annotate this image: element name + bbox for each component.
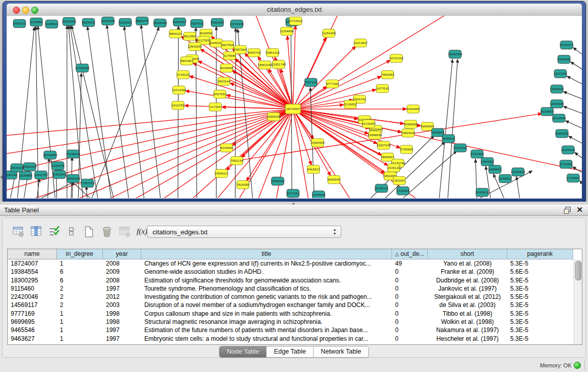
paper-node[interactable]: 18302022 — [271, 177, 285, 185]
delete-trash-icon[interactable] — [100, 225, 114, 238]
paper-node-cited[interactable]: 9115460 — [221, 144, 233, 152]
paper-node-cited[interactable]: 7652134 — [231, 157, 244, 165]
paper-node[interactable]: 8938923 — [442, 135, 455, 143]
cell-title[interactable]: Disruption of a novel member of a sodium… — [141, 301, 392, 309]
paper-node-cited[interactable]: 8096990 — [404, 120, 417, 128]
cell-short[interactable]: Hescheler et al. (1997) — [428, 335, 507, 343]
table-row[interactable]: 969969511998Structural magnetic resonanc… — [8, 318, 574, 326]
cell-name[interactable]: 9699695 — [8, 318, 57, 326]
cell-pagerank[interactable]: 5.3E-5 — [507, 335, 573, 343]
paper-node-cited[interactable]: 2803144 — [218, 77, 231, 85]
paper-node-cited[interactable]: 2718120 — [177, 71, 190, 79]
cell-out-de-[interactable]: 0 — [392, 318, 428, 326]
network-canvas[interactable]: 1872400724055721116884914853320691406864… — [7, 16, 582, 199]
cell-name[interactable]: 9115460 — [8, 285, 57, 293]
cell-title[interactable]: Estimation of significance thresholds fo… — [141, 276, 392, 285]
cell-pagerank[interactable]: 5.3E-5 — [507, 310, 573, 318]
paper-node-cited[interactable]: 8912954 — [184, 32, 197, 40]
cell-in-degree[interactable]: 6 — [57, 268, 103, 276]
cell-out-de-[interactable]: 49 — [392, 259, 428, 268]
cell-pagerank[interactable]: 5.5E-5 — [507, 293, 573, 301]
table-row[interactable]: 911546021997Tourette syndrome. Phenomeno… — [8, 285, 574, 293]
paper-node[interactable]: 13505135 — [66, 174, 80, 183]
cell-out-de-[interactable]: 0 — [392, 301, 428, 309]
paper-node-cited[interactable]: 9901467 — [181, 57, 193, 65]
table-row[interactable]: 1456911722003Disruption of a novel membe… — [8, 301, 574, 309]
cell-short[interactable]: Dudbridge et al. (2008) — [428, 276, 507, 285]
paper-node-cited[interactable]: 19654923 — [401, 129, 416, 137]
cell-out-de-[interactable]: 0 — [392, 276, 428, 285]
paper-node[interactable]: 9246821 — [499, 174, 512, 183]
paper-node-cited[interactable]: 9756928 — [400, 145, 413, 154]
cell-title[interactable]: Investigating the contribution of common… — [141, 293, 392, 301]
cell-in-degree[interactable]: 1 — [57, 259, 103, 268]
cell-name[interactable]: 9463627 — [8, 335, 57, 343]
paper-node[interactable]: 1527602 — [191, 19, 204, 28]
cell-pagerank[interactable]: 5.3E-5 — [507, 326, 573, 334]
tab-network-table[interactable]: Network Table — [314, 346, 368, 357]
paper-node-cited[interactable]: 8427552 — [214, 90, 227, 98]
paper-node[interactable]: 19033233 — [10, 164, 24, 172]
column-chooser-icon[interactable] — [30, 225, 43, 238]
column-header-title[interactable]: title — [141, 249, 392, 259]
paper-node[interactable]: 9806274 — [136, 17, 149, 25]
cell-in-degree[interactable]: 1 — [57, 310, 103, 318]
paper-node-cited[interactable]: 15723612 — [289, 17, 303, 25]
paper-node[interactable]: 6791936 — [471, 150, 484, 158]
table-row[interactable]: 977716911998Corpus callosum shape and si… — [8, 310, 574, 318]
paper-node-cited[interactable]: 252254 — [393, 177, 405, 185]
table-settings-icon[interactable] — [12, 225, 25, 238]
paper-node-cited[interactable]: 10543392 — [188, 42, 202, 51]
paper-node[interactable]: 18548396 — [153, 19, 167, 27]
cell-pagerank[interactable]: 5.9E-5 — [507, 276, 573, 285]
paper-node-cited[interactable]: 9154469 — [407, 105, 420, 113]
citation-network-graph[interactable]: 1872400724055721116884914853320691406864… — [7, 16, 582, 198]
cell-short[interactable]: Tibbo et al. (1998) — [428, 310, 507, 318]
paper-node[interactable]: 16210643 — [552, 114, 566, 122]
cell-in-degree[interactable]: 1 — [57, 326, 103, 334]
paper-node[interactable]: 15198448 — [66, 150, 80, 158]
paper-node-cited[interactable]: 8186328 — [210, 39, 223, 47]
paper-node[interactable]: 15751074 — [559, 41, 574, 49]
paper-node-cited[interactable]: 417004 — [209, 103, 222, 111]
table-row[interactable]: 2242004622012Investigating the contribut… — [8, 293, 574, 301]
paper-node[interactable]: 9177241 — [287, 189, 299, 198]
cell-short[interactable]: Jankovic et al. (1997) — [428, 285, 507, 293]
table-header-row[interactable]: namein_degreeyeartitle△out_de...shortpag… — [8, 249, 574, 259]
cell-pagerank[interactable]: 5.3E-5 — [507, 318, 573, 326]
column-header-short[interactable]: short — [428, 249, 507, 259]
cell-in-degree[interactable]: 2 — [57, 285, 103, 293]
paper-node[interactable]: 8215953 — [541, 107, 554, 116]
cell-title[interactable]: Changes of HCN gene expression and I(f) … — [141, 259, 392, 268]
column-header-name[interactable]: name — [8, 249, 57, 259]
table-row[interactable]: 1830029562008Estimation of significance … — [8, 276, 574, 285]
paper-node[interactable]: 11156883 — [19, 171, 33, 180]
paper-node-cited[interactable]: 1877516 — [376, 84, 389, 93]
table-panel-header[interactable]: Table Panel ✕ — [0, 205, 588, 216]
tab-edge-table[interactable]: Edge Table — [267, 346, 313, 357]
paper-node-cited[interactable]: 1615132 — [387, 164, 400, 172]
paper-node[interactable]: 10653257 — [172, 18, 187, 26]
cell-short[interactable]: Nakamura et al. (1997) — [428, 326, 507, 334]
close-panel-icon[interactable]: ✕ — [576, 205, 583, 214]
paper-node-cited[interactable]: 18663249 — [258, 61, 272, 69]
cell-short[interactable]: Yano et al. (2008) — [428, 259, 507, 268]
new-table-icon[interactable] — [82, 225, 96, 238]
window-titlebar[interactable]: citations_edges.txt — [7, 4, 582, 16]
cell-title[interactable]: Corpus callosum shape and size in male p… — [141, 310, 392, 318]
table-row[interactable]: 946554611997Estimation of the future num… — [8, 326, 574, 334]
paper-node-cited[interactable]: 13201745 — [272, 60, 286, 69]
paper-node-cited[interactable]: 9777169 — [326, 80, 339, 88]
paper-node[interactable]: 12093832 — [550, 85, 564, 93]
paper-node[interactable]: 10453626 — [511, 168, 525, 176]
float-panel-icon[interactable] — [564, 207, 571, 213]
paper-node-cited[interactable]: 9827508 — [222, 41, 234, 49]
paper-node-cited[interactable]: 19384554 — [311, 139, 325, 147]
cell-year[interactable]: 2003 — [103, 301, 141, 309]
cell-in-degree[interactable]: 2 — [57, 301, 103, 309]
cell-short[interactable]: Wolkin et al. (1998) — [428, 318, 507, 326]
paper-node[interactable]: 7957224 — [304, 78, 317, 86]
cell-in-degree[interactable]: 1 — [57, 318, 103, 326]
paper-node[interactable]: 6479132 — [454, 144, 467, 152]
paper-node[interactable]: 10719135 — [230, 20, 244, 28]
